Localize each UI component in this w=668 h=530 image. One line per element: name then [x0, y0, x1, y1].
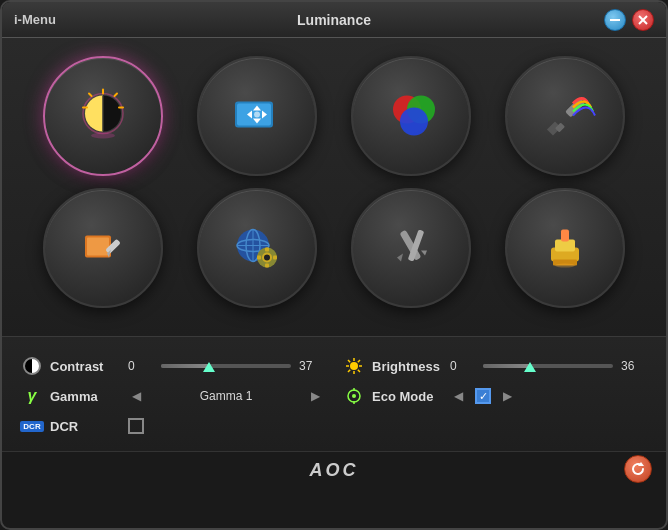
svg-point-49 — [350, 362, 358, 370]
svg-line-57 — [348, 370, 350, 372]
svg-rect-39 — [273, 256, 277, 260]
svg-rect-25 — [87, 238, 109, 256]
gamma-left-arrow[interactable]: ◀ — [128, 387, 145, 405]
svg-point-20 — [400, 108, 428, 136]
icon-exit[interactable] — [505, 188, 625, 308]
icon-image-setup[interactable] — [197, 56, 317, 176]
icon-osd-setup[interactable] — [43, 188, 163, 308]
ecomode-label: Eco Mode — [372, 389, 442, 404]
svg-marker-43 — [421, 251, 427, 256]
contrast-value: 37 — [299, 359, 324, 373]
close-button[interactable] — [632, 9, 654, 31]
svg-line-55 — [358, 370, 360, 372]
svg-point-5 — [91, 133, 115, 139]
window-controls — [604, 9, 654, 31]
ecomode-row: Eco Mode ◀ ▶ — [344, 381, 646, 411]
contrast-slider[interactable] — [161, 364, 291, 368]
svg-line-56 — [358, 360, 360, 362]
title-bar: i-Menu Luminance — [2, 2, 666, 38]
svg-point-48 — [555, 264, 575, 268]
footer: AOC — [2, 451, 666, 489]
contrast-row: Contrast 0 37 — [22, 351, 324, 381]
gamma-right-arrow[interactable]: ▶ — [307, 387, 324, 405]
gamma-row: γ Gamma ◀ Gamma 1 ▶ — [22, 381, 324, 411]
svg-point-35 — [264, 255, 270, 261]
dcr-label: DCR — [50, 419, 120, 434]
brightness-slider[interactable] — [483, 364, 613, 368]
icon-color-setup[interactable] — [351, 56, 471, 176]
svg-line-7 — [114, 94, 117, 97]
svg-point-59 — [352, 394, 356, 398]
contrast-icon — [22, 356, 42, 376]
dcr-row: DCR DCR — [22, 411, 324, 441]
icon-grid — [32, 56, 636, 308]
svg-rect-38 — [257, 256, 261, 260]
ecomode-left-arrow[interactable]: ◀ — [450, 387, 467, 405]
controls-right: Brightness 0 36 Eco Mode ◀ — [344, 351, 646, 441]
icon-luminance[interactable] — [43, 56, 163, 176]
contrast-min: 0 — [128, 359, 153, 373]
svg-rect-47 — [561, 230, 569, 242]
brightness-value: 36 — [621, 359, 646, 373]
icon-picture-boost[interactable] — [505, 56, 625, 176]
dcr-icon: DCR — [22, 416, 42, 436]
ecomode-icon — [344, 386, 364, 406]
gamma-value: Gamma 1 — [153, 389, 299, 403]
ecomode-right-arrow[interactable]: ▶ — [499, 387, 516, 405]
gamma-icon: γ — [22, 386, 42, 406]
contrast-label: Contrast — [50, 359, 120, 374]
controls-left: Contrast 0 37 γ Gamma ◀ Gamma 1 ▶ DCR — [22, 351, 324, 441]
brightness-icon — [344, 356, 364, 376]
svg-rect-0 — [610, 19, 620, 21]
icon-factory[interactable] — [351, 188, 471, 308]
controls-section: Contrast 0 37 γ Gamma ◀ Gamma 1 ▶ DCR — [2, 336, 666, 451]
svg-rect-37 — [265, 264, 269, 268]
svg-rect-36 — [265, 248, 269, 252]
svg-line-9 — [89, 94, 92, 97]
svg-marker-42 — [397, 254, 403, 262]
icon-extra[interactable] — [197, 188, 317, 308]
svg-line-54 — [348, 360, 350, 362]
brightness-min: 0 — [450, 359, 475, 373]
brightness-row: Brightness 0 36 — [344, 351, 646, 381]
brightness-label: Brightness — [372, 359, 442, 374]
window-title: Luminance — [297, 12, 371, 28]
refresh-button[interactable] — [624, 455, 652, 483]
minimize-button[interactable] — [604, 9, 626, 31]
app-title: i-Menu — [14, 12, 56, 27]
gamma-label: Gamma — [50, 389, 120, 404]
svg-point-17 — [254, 112, 260, 118]
aoc-logo: AOC — [310, 460, 359, 480]
dcr-checkbox[interactable] — [128, 418, 144, 434]
main-content — [2, 38, 666, 336]
ecomode-checkbox[interactable] — [475, 388, 491, 404]
